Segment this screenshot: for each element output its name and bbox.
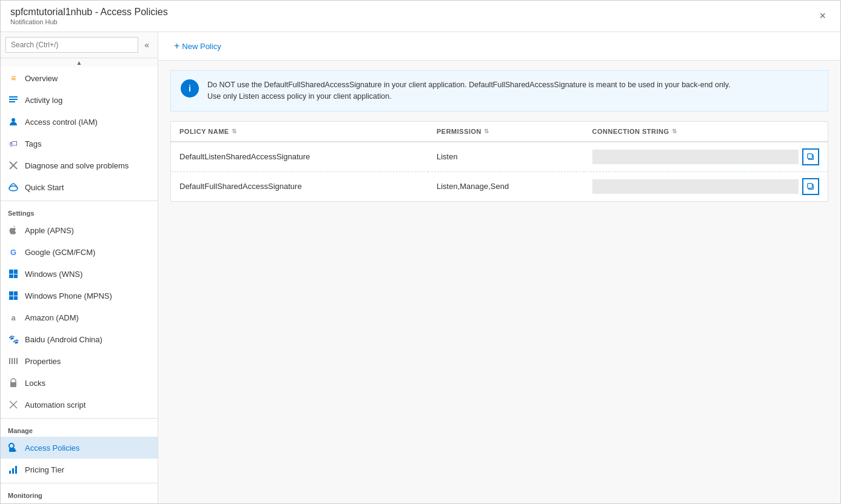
activity-log-icon (8, 94, 19, 105)
sidebar-item-windows-phone[interactable]: Windows Phone (MPNS) (1, 285, 158, 307)
close-button[interactable]: × (814, 7, 831, 25)
policy-table-element: POLICY NAME ⇅ PERMISSION ⇅ (171, 122, 828, 201)
sidebar-item-alerts[interactable]: Alerts (1, 502, 158, 503)
diagnose-icon (8, 160, 19, 171)
info-text: Do NOT use the DefaultFullSharedAccessSi… (207, 79, 731, 102)
sidebar-item-label: Access control (IAM) (25, 118, 98, 127)
sidebar-scroll: ≡ Overview Activity log Access control (… (1, 67, 158, 503)
connection-string-input-2[interactable] (592, 179, 799, 194)
table-row: DefaultListenSharedAccessSignature Liste… (171, 142, 828, 172)
locks-icon (8, 377, 19, 388)
connection-string-cell-1 (584, 142, 828, 172)
sidebar-item-label: Activity log (25, 96, 62, 105)
policy-name-cell-1: DefaultListenSharedAccessSignature (171, 142, 428, 172)
main-window: spfcmtutorial1nhub - Access Policies Not… (0, 0, 841, 504)
svg-rect-8 (14, 270, 18, 274)
sidebar-item-amazon[interactable]: a Amazon (ADM) (1, 307, 158, 328)
col-connection-string: CONNECTION STRING ⇅ (584, 122, 828, 142)
svg-rect-18 (16, 358, 18, 364)
properties-icon (8, 356, 19, 366)
content-area: + New Policy i Do NOT use the DefaultFul… (158, 32, 840, 503)
tags-icon: 🏷 (8, 138, 19, 149)
sidebar-item-overview[interactable]: ≡ Overview (1, 67, 158, 89)
sidebar-item-label: Properties (25, 357, 61, 366)
connection-string-cell-2 (584, 171, 828, 201)
permission-cell-2: Listen,Manage,Send (428, 171, 584, 201)
copy-button-2[interactable] (802, 178, 819, 195)
content-toolbar: + New Policy (158, 32, 840, 61)
new-policy-plus-icon: + (174, 41, 179, 51)
windows-phone-icon (8, 290, 19, 301)
sidebar-item-label: Access Policies (25, 443, 79, 453)
sidebar-item-google[interactable]: G Google (GCM/FCM) (1, 241, 158, 263)
divider-settings (1, 201, 158, 201)
sort-icon-policy[interactable]: ⇅ (232, 128, 237, 134)
sort-icon-permission[interactable]: ⇅ (484, 128, 489, 134)
svg-rect-36 (808, 183, 813, 188)
permission-cell-1: Listen (428, 142, 584, 172)
window-subtitle: Notification Hub (10, 18, 168, 25)
apple-icon (8, 225, 19, 236)
col-permission: PERMISSION ⇅ (428, 122, 584, 142)
sidebar-item-activity-log[interactable]: Activity log (1, 89, 158, 111)
sidebar-item-label: Pricing Tier (25, 465, 64, 474)
section-manage-label: Manage (1, 421, 158, 437)
sidebar-item-locks[interactable]: Locks (1, 372, 158, 394)
svg-rect-10 (14, 274, 18, 278)
svg-rect-34 (808, 153, 813, 158)
table-header-row: POLICY NAME ⇅ PERMISSION ⇅ (171, 122, 828, 142)
pricing-tier-icon (8, 464, 19, 475)
col-policy-name: POLICY NAME ⇅ (171, 122, 428, 142)
sidebar-item-label: Windows Phone (MPNS) (25, 291, 112, 300)
section-monitoring-label: Monitoring (1, 486, 158, 502)
sidebar-item-label: Automation script (25, 400, 85, 409)
sidebar-item-windows[interactable]: Windows (WNS) (1, 263, 158, 285)
info-line2: Use only Listen access policy in your cl… (207, 92, 392, 101)
sidebar-item-label: Amazon (ADM) (25, 313, 79, 322)
divider-manage (1, 418, 158, 419)
search-input[interactable] (5, 37, 138, 53)
sidebar-item-access-policies[interactable]: Access Policies (1, 437, 158, 459)
sidebar-item-quickstart[interactable]: Quick Start (1, 176, 158, 198)
sidebar: « ▲ ≡ Overview Activity log (1, 32, 158, 503)
copy-button-1[interactable] (802, 148, 819, 165)
svg-rect-27 (15, 466, 17, 474)
sidebar-item-label: Apple (APNS) (25, 226, 74, 235)
overview-icon: ≡ (8, 73, 19, 84)
baidu-icon: 🐾 (8, 334, 19, 345)
sidebar-item-apple[interactable]: Apple (APNS) (1, 219, 158, 241)
scroll-indicator: ▲ (1, 58, 158, 67)
amazon-icon: a (8, 312, 19, 323)
sidebar-item-tags[interactable]: 🏷 Tags (1, 133, 158, 154)
sidebar-item-diagnose[interactable]: Diagnose and solve problems (1, 154, 158, 176)
svg-rect-2 (9, 101, 15, 102)
svg-rect-13 (9, 296, 13, 300)
sidebar-item-automation[interactable]: Automation script (1, 394, 158, 416)
scroll-up-button[interactable]: ▲ (76, 59, 82, 66)
access-policies-icon (8, 442, 19, 453)
info-icon: i (181, 79, 199, 98)
automation-icon (8, 399, 19, 410)
svg-point-3 (12, 118, 15, 122)
connection-string-input-1[interactable] (592, 150, 799, 164)
svg-rect-7 (9, 270, 13, 274)
sidebar-item-baidu[interactable]: 🐾 Baidu (Android China) (1, 328, 158, 350)
sidebar-item-label: Google (GCM/FCM) (25, 248, 95, 257)
windows-icon (8, 268, 19, 279)
sidebar-item-label: Windows (WNS) (25, 270, 82, 279)
sidebar-item-label: Baidu (Android China) (25, 335, 102, 344)
svg-rect-12 (14, 291, 18, 296)
access-control-icon (8, 116, 19, 127)
sidebar-collapse-button[interactable]: « (141, 38, 153, 52)
svg-point-23 (9, 443, 14, 448)
svg-rect-26 (12, 468, 14, 474)
svg-rect-16 (12, 358, 13, 364)
sort-icon-connection[interactable]: ⇅ (672, 128, 677, 134)
connection-string-container-2 (592, 178, 819, 195)
svg-rect-15 (9, 358, 10, 364)
sidebar-item-access-control[interactable]: Access control (IAM) (1, 111, 158, 133)
new-policy-button[interactable]: + New Policy (170, 38, 225, 54)
policy-table: POLICY NAME ⇅ PERMISSION ⇅ (170, 121, 828, 202)
sidebar-item-properties[interactable]: Properties (1, 350, 158, 372)
sidebar-item-pricing-tier[interactable]: Pricing Tier (1, 459, 158, 480)
